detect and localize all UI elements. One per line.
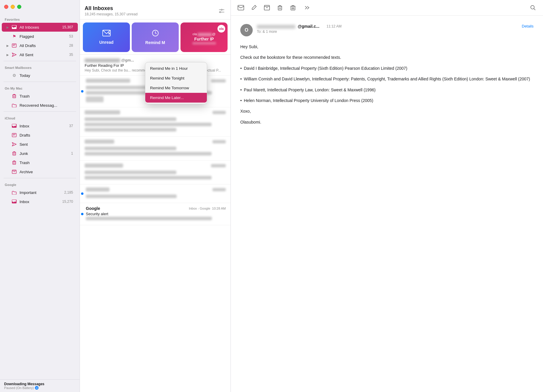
svg-rect-25 — [238, 5, 244, 10]
sidebar-item-trash-mac[interactable]: Trash — [2, 92, 78, 101]
compose-button[interactable] — [250, 4, 258, 12]
blurred-time — [211, 164, 226, 167]
sidebar-item-junk-icloud[interactable]: Junk 1 — [2, 149, 78, 158]
right-toolbar — [231, 0, 543, 16]
sidebar-item-drafts-icloud[interactable]: Drafts — [2, 131, 78, 140]
sidebar-item-count: 2,185 — [64, 190, 73, 195]
sidebar-item-count: 28 — [69, 43, 73, 48]
email-signoff: Xoxo, — [240, 108, 534, 114]
details-link[interactable]: Details — [522, 24, 534, 28]
blurred-subject — [85, 117, 176, 121]
junk-button[interactable] — [289, 4, 297, 12]
inbox-google-icon — [11, 199, 17, 205]
archive-icon — [11, 169, 17, 175]
expand-arrow: ▶ — [7, 26, 11, 29]
sidebar-item-inbox-google[interactable]: Inbox 15,270 — [2, 197, 78, 206]
svg-point-15 — [221, 9, 222, 10]
blurred-time — [212, 140, 226, 143]
dropdown-menu: Remind Me in 1 Hour Remind Me Tonight Re… — [145, 62, 207, 104]
footer-subtitle: Paused (On Battery) — [4, 386, 75, 390]
ola-card[interactable]: ola ola@ Further IP — [181, 22, 228, 52]
svg-rect-13 — [36, 387, 37, 389]
email-detail-actions: 11:12 AM Details — [522, 24, 534, 28]
svg-rect-14 — [37, 387, 38, 389]
reference-4: Helen Norman, Intellectual Property Univ… — [240, 97, 534, 104]
toolbar-icons-left — [237, 4, 310, 12]
email-item[interactable] — [80, 137, 231, 161]
svg-rect-1 — [13, 95, 16, 98]
email-item[interactable] — [80, 107, 231, 137]
new-message-button[interactable] — [237, 4, 245, 12]
more-button[interactable] — [302, 4, 310, 12]
unread-card[interactable]: Unread — [83, 22, 130, 52]
blurred-preview — [85, 176, 212, 179]
blurred-sender — [86, 187, 109, 192]
search-button[interactable] — [529, 4, 537, 12]
sidebar-item-label: All Sent — [20, 53, 69, 57]
sidebar-item-label: All Drafts — [20, 43, 69, 48]
remind-tonight-option[interactable]: Remind Me Tonight — [145, 73, 207, 83]
sidebar-item-archive-icloud[interactable]: Archive — [2, 167, 78, 176]
divider — [4, 111, 76, 112]
blurred-time — [212, 111, 226, 114]
blurred-time — [211, 79, 226, 82]
delete-button[interactable] — [276, 4, 284, 12]
sidebar-item-today[interactable]: ⚙ Today — [2, 71, 78, 80]
ola-avatar: ola — [217, 25, 225, 33]
email-item[interactable] — [80, 161, 231, 184]
sidebar-item-label: Inbox — [20, 200, 62, 204]
blurred-sender — [85, 140, 114, 144]
sidebar-item-label: Recovered Messag... — [20, 103, 73, 108]
sidebar-item-trash-icloud[interactable]: Trash — [2, 158, 78, 167]
sidebar-item-label: Flagged — [20, 34, 69, 39]
sidebar-item-flagged[interactable]: ⚑ Flagged 53 — [2, 32, 78, 41]
sidebar-item-all-drafts[interactable]: ▶ All Drafts 28 — [2, 41, 78, 50]
sidebar-item-all-inboxes[interactable]: ▶ All Inboxes 15,307 — [2, 23, 78, 32]
filter-button[interactable] — [217, 7, 226, 15]
fullscreen-button[interactable] — [17, 5, 21, 9]
sidebar-item-important-google[interactable]: Important 2,185 — [2, 188, 78, 197]
sidebar-item-count: 37 — [69, 124, 73, 128]
remind-tomorrow-option[interactable]: Remind Me Tomorrow — [145, 83, 207, 93]
expand-arrow: ▶ — [7, 44, 11, 47]
right-panel: O @gmail.c... 11:12 AM To: & 1 more 11:1… — [231, 0, 543, 392]
email-item[interactable] — [80, 184, 231, 203]
trash-icon — [11, 93, 17, 99]
footer-title: Downloading Messages — [4, 382, 75, 386]
minimize-button[interactable] — [11, 5, 15, 9]
email-detail-time: 11:12 AM — [326, 24, 341, 28]
email-subject-google: Security alert — [86, 212, 226, 216]
email-intro: Check out the bookstore for these recomm… — [240, 54, 534, 61]
archive-button[interactable] — [263, 4, 271, 12]
email-item-google[interactable]: Google Inbox - Google 10:28 AM Security … — [80, 203, 231, 225]
sidebar-item-recovered[interactable]: Recovered Messag... — [2, 101, 78, 110]
sidebar-item-label: Archive — [20, 170, 73, 174]
inbox-subtitle: 18,245 messages, 15,307 unread — [85, 12, 138, 16]
sidebar-item-inbox-icloud[interactable]: Inbox 37 — [2, 122, 78, 130]
sidebar: Favorites ▶ All Inboxes 15,307 ⚑ Flagged… — [0, 0, 80, 392]
traffic-lights — [0, 0, 25, 14]
sidebar-item-sent-icloud[interactable]: Sent — [2, 140, 78, 149]
sent-icon — [11, 52, 17, 58]
email-sender: @gm... — [85, 58, 134, 62]
ola-preview — [192, 42, 216, 45]
sidebar-item-label: Drafts — [20, 133, 73, 137]
sidebar-item-all-sent[interactable]: ▶ All Sent 35 — [2, 50, 78, 59]
remind-1h-option[interactable]: Remind Me in 1 Hour — [145, 64, 207, 73]
header-info: All Inboxes 18,245 messages, 15,307 unre… — [85, 5, 138, 16]
icloud-title: iCloud — [0, 114, 80, 121]
svg-rect-11 — [12, 171, 16, 174]
email-references: David I Bainbridge, Intellectual Propert… — [240, 65, 534, 104]
remind-card[interactable]: Remind M — [132, 22, 179, 52]
google-title: Google — [0, 180, 80, 188]
email-time: 10:28 AM — [212, 207, 226, 210]
email-detail-header: O @gmail.c... 11:12 AM To: & 1 more 11:1… — [240, 24, 534, 36]
close-button[interactable] — [4, 5, 8, 9]
sidebar-item-label: Trash — [20, 161, 73, 165]
middle-header: All Inboxes 18,245 messages, 15,307 unre… — [80, 0, 231, 20]
sidebar-item-count: 35 — [69, 53, 73, 57]
divider — [4, 178, 76, 178]
remind-later-option[interactable]: Remind Me Later... — [145, 93, 207, 103]
blurred-preview — [85, 152, 212, 155]
email-list: @gm... Further Reading For IP Hey Subi, … — [80, 55, 231, 392]
